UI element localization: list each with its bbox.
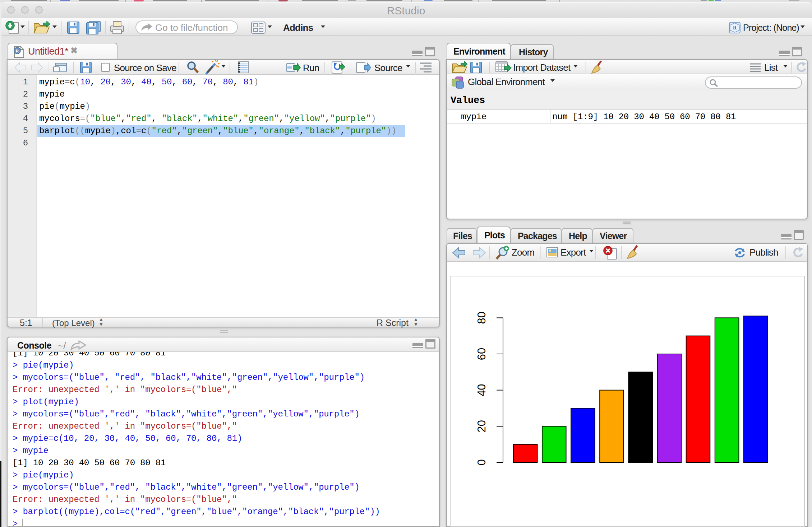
svg-text:60: 60 <box>475 348 488 360</box>
svg-text:40: 40 <box>475 384 488 396</box>
svg-text:R: R <box>15 48 19 53</box>
svg-text:20: 20 <box>475 420 488 432</box>
svg-text:0: 0 <box>475 459 488 465</box>
svg-text:R: R <box>733 25 737 31</box>
svg-text:80: 80 <box>475 312 488 324</box>
